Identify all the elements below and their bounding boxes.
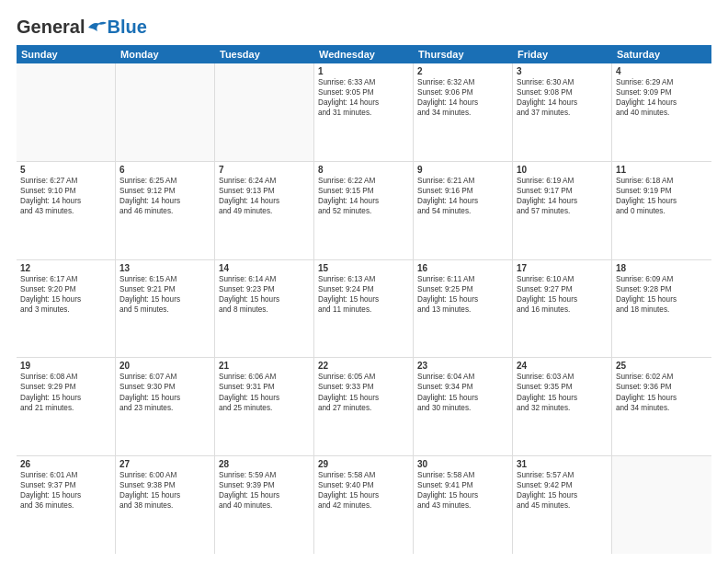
- logo-general: General: [17, 17, 85, 38]
- calendar-cell: 4Sunrise: 6:29 AMSunset: 9:09 PMDaylight…: [612, 63, 711, 161]
- cell-line: Sunrise: 6:15 AM: [119, 274, 210, 284]
- cell-line: Sunset: 9:17 PM: [517, 186, 608, 196]
- day-number: 7: [219, 165, 310, 175]
- cell-line: Daylight: 15 hours: [219, 393, 310, 403]
- cell-line: and 27 minutes.: [318, 403, 409, 413]
- cell-line: Sunrise: 6:18 AM: [616, 176, 708, 186]
- day-number: 17: [517, 263, 608, 273]
- cell-line: Sunset: 9:36 PM: [616, 382, 708, 392]
- day-number: 29: [318, 459, 409, 469]
- cell-line: Sunset: 9:39 PM: [219, 480, 310, 490]
- calendar-cell: 19Sunrise: 6:08 AMSunset: 9:29 PMDayligh…: [17, 358, 116, 455]
- calendar-cell: 8Sunrise: 6:22 AMSunset: 9:15 PMDaylight…: [314, 162, 414, 259]
- cell-line: and 32 minutes.: [517, 403, 608, 413]
- cell-line: Sunset: 9:40 PM: [318, 480, 409, 490]
- calendar-cell: 7Sunrise: 6:24 AMSunset: 9:13 PMDaylight…: [215, 162, 314, 259]
- calendar-cell: 29Sunrise: 5:58 AMSunset: 9:40 PMDayligh…: [314, 456, 414, 554]
- calendar-cell: 15Sunrise: 6:13 AMSunset: 9:24 PMDayligh…: [314, 260, 414, 358]
- day-number: 31: [517, 459, 608, 469]
- cell-line: Sunrise: 6:17 AM: [20, 274, 111, 284]
- day-number: 8: [318, 165, 409, 175]
- cell-line: Sunrise: 6:10 AM: [517, 274, 608, 284]
- cell-line: and 5 minutes.: [119, 304, 210, 315]
- calendar-cell: 21Sunrise: 6:06 AMSunset: 9:31 PMDayligh…: [215, 358, 314, 455]
- calendar-cell: 14Sunrise: 6:14 AMSunset: 9:23 PMDayligh…: [215, 260, 314, 358]
- page: General Blue SundayMondayTuesdayWednesda…: [0, 0, 728, 563]
- cell-line: Daylight: 15 hours: [119, 294, 210, 304]
- day-number: 2: [417, 66, 508, 76]
- calendar-cell: [17, 63, 116, 161]
- cell-line: Sunrise: 6:01 AM: [20, 470, 111, 480]
- calendar-row: 19Sunrise: 6:08 AMSunset: 9:29 PMDayligh…: [17, 358, 711, 456]
- cell-line: Daylight: 14 hours: [616, 98, 708, 108]
- cell-line: and 54 minutes.: [417, 206, 508, 216]
- cell-line: and 46 minutes.: [119, 206, 210, 216]
- day-number: 24: [517, 361, 608, 371]
- calendar-cell: 18Sunrise: 6:09 AMSunset: 9:28 PMDayligh…: [612, 260, 711, 358]
- calendar-cell: 3Sunrise: 6:30 AMSunset: 9:08 PMDaylight…: [513, 63, 612, 161]
- cell-line: Sunset: 9:34 PM: [417, 382, 508, 392]
- day-number: 27: [119, 459, 210, 469]
- header: General Blue: [17, 17, 711, 38]
- cell-line: Sunset: 9:24 PM: [318, 284, 409, 294]
- cell-line: Daylight: 14 hours: [417, 98, 508, 108]
- cell-line: Sunrise: 6:07 AM: [119, 372, 210, 382]
- cell-line: and 23 minutes.: [119, 403, 210, 413]
- calendar-cell: 12Sunrise: 6:17 AMSunset: 9:20 PMDayligh…: [17, 260, 116, 358]
- cell-line: Sunset: 9:38 PM: [119, 480, 210, 490]
- day-number: 23: [417, 361, 508, 371]
- cell-line: Daylight: 15 hours: [616, 294, 708, 304]
- logo-blue: Blue: [107, 17, 146, 38]
- cell-line: Sunset: 9:25 PM: [417, 284, 508, 294]
- day-number: 5: [20, 165, 111, 175]
- calendar-cell: 17Sunrise: 6:10 AMSunset: 9:27 PMDayligh…: [513, 260, 612, 358]
- cell-line: and 18 minutes.: [616, 304, 708, 315]
- cell-line: Sunrise: 6:14 AM: [219, 274, 310, 284]
- logo-text: General Blue: [17, 17, 147, 38]
- day-number: 25: [616, 361, 708, 371]
- cell-line: Sunrise: 6:30 AM: [517, 77, 608, 87]
- calendar-cell: 11Sunrise: 6:18 AMSunset: 9:19 PMDayligh…: [612, 162, 711, 259]
- day-number: 1: [318, 66, 409, 76]
- cell-line: Daylight: 15 hours: [119, 393, 210, 403]
- cell-line: Sunrise: 6:03 AM: [517, 372, 608, 382]
- calendar-cell: 25Sunrise: 6:02 AMSunset: 9:36 PMDayligh…: [612, 358, 711, 455]
- calendar-cell: 6Sunrise: 6:25 AMSunset: 9:12 PMDaylight…: [116, 162, 215, 259]
- cell-line: and 16 minutes.: [517, 304, 608, 315]
- cell-line: Daylight: 14 hours: [219, 196, 310, 206]
- weekday-header: Friday: [513, 45, 612, 63]
- cell-line: Sunrise: 6:19 AM: [517, 176, 608, 186]
- cell-line: Daylight: 14 hours: [119, 196, 210, 206]
- calendar-cell: 24Sunrise: 6:03 AMSunset: 9:35 PMDayligh…: [513, 358, 612, 455]
- cell-line: Sunset: 9:08 PM: [517, 87, 608, 98]
- cell-line: Sunrise: 6:11 AM: [417, 274, 508, 284]
- calendar: SundayMondayTuesdayWednesdayThursdayFrid…: [17, 45, 711, 554]
- calendar-cell: 10Sunrise: 6:19 AMSunset: 9:17 PMDayligh…: [513, 162, 612, 259]
- day-number: 22: [318, 361, 409, 371]
- calendar-header: SundayMondayTuesdayWednesdayThursdayFrid…: [17, 45, 711, 63]
- cell-line: and 52 minutes.: [318, 206, 409, 216]
- calendar-row: 5Sunrise: 6:27 AMSunset: 9:10 PMDaylight…: [17, 162, 711, 260]
- calendar-cell: [215, 63, 314, 161]
- cell-line: Sunset: 9:27 PM: [517, 284, 608, 294]
- cell-line: Sunset: 9:37 PM: [20, 480, 111, 490]
- calendar-cell: 13Sunrise: 6:15 AMSunset: 9:21 PMDayligh…: [116, 260, 215, 358]
- cell-line: Sunset: 9:31 PM: [219, 382, 310, 392]
- cell-line: Sunset: 9:16 PM: [417, 186, 508, 196]
- cell-line: and 40 minutes.: [616, 108, 708, 118]
- day-number: 26: [20, 459, 111, 469]
- cell-line: Sunset: 9:05 PM: [318, 87, 409, 98]
- cell-line: Daylight: 14 hours: [20, 196, 111, 206]
- calendar-row: 26Sunrise: 6:01 AMSunset: 9:37 PMDayligh…: [17, 456, 711, 554]
- cell-line: Daylight: 15 hours: [417, 490, 508, 500]
- cell-line: and 0 minutes.: [616, 206, 708, 216]
- cell-line: Daylight: 15 hours: [219, 294, 310, 304]
- cell-line: Sunrise: 6:00 AM: [119, 470, 210, 480]
- day-number: 13: [119, 263, 210, 273]
- cell-line: Sunrise: 6:21 AM: [417, 176, 508, 186]
- day-number: 12: [20, 263, 111, 273]
- weekday-header: Thursday: [414, 45, 513, 63]
- cell-line: Sunrise: 6:08 AM: [20, 372, 111, 382]
- cell-line: Sunrise: 6:09 AM: [616, 274, 708, 284]
- day-number: 15: [318, 263, 409, 273]
